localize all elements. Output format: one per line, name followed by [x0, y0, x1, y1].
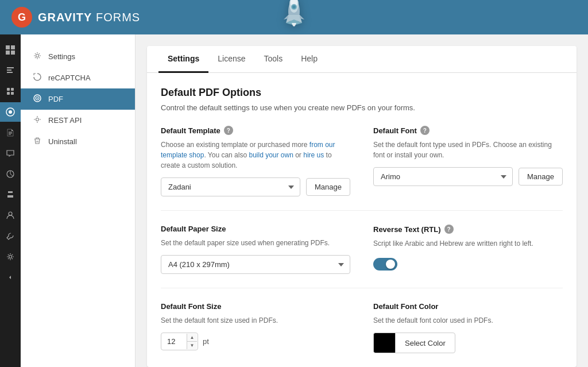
logo-area: G GRAVITY FORMS — [11, 7, 140, 28]
sidebar-pdf-label: PDF — [48, 95, 63, 103]
svg-point-16 — [9, 212, 12, 215]
svg-rect-9 — [7, 88, 10, 91]
main-layout: Settings reCAPTCHA PDF REST API Uninstal… — [0, 34, 588, 367]
svg-rect-7 — [6, 51, 10, 55]
top-header: G GRAVITY FORMS — [0, 0, 588, 34]
gravity-forms-logo-icon: G — [11, 7, 32, 28]
section-title: Default PDF Options — [161, 87, 563, 99]
default-font-desc: Set the default font type used in PDFs. … — [373, 140, 563, 160]
select-color-button[interactable]: Select Color — [395, 333, 455, 353]
options-grid-row2: Default Paper Size Set the default paper… — [161, 225, 563, 274]
plugin-sidebar: Settings reCAPTCHA PDF REST API Uninstal… — [21, 34, 136, 367]
paper-size-select-row: A4 (210 x 297mm) Letter Legal A3 A5 — [161, 255, 350, 274]
default-font-select-row: Arimo DejaVu Sans Helvetica Times New Ro… — [373, 167, 563, 186]
svg-point-18 — [36, 55, 39, 57]
font-color-desc: Set the default font color used in PDFs. — [373, 315, 563, 326]
tabs-bar: Settings License Tools Help — [147, 46, 577, 73]
font-size-spinners: ▲ ▼ — [187, 334, 197, 349]
reverse-text-help-icon[interactable]: ? — [444, 225, 454, 234]
content-card: Settings License Tools Help Default PDF … — [147, 46, 577, 367]
svg-point-22 — [36, 118, 39, 121]
wp-sidebar-dashboard[interactable] — [0, 40, 21, 60]
pdf-icon — [32, 94, 42, 104]
template-manage-button[interactable]: Manage — [306, 178, 350, 196]
paper-size-select[interactable]: A4 (210 x 297mm) Letter Legal A3 A5 — [161, 255, 350, 274]
wp-sidebar-media[interactable] — [0, 82, 21, 101]
font-manage-button[interactable]: Manage — [519, 168, 563, 186]
sidebar-item-settings[interactable]: Settings — [21, 46, 135, 67]
svg-point-4 — [292, 5, 296, 9]
svg-rect-12 — [11, 92, 14, 95]
font-size-input-wrap: ▲ ▼ — [161, 333, 198, 350]
wp-sidebar-settings[interactable] — [0, 247, 21, 266]
font-size-row: ▲ ▼ pt — [161, 333, 350, 350]
tab-help[interactable]: Help — [292, 46, 327, 73]
pt-unit-label: pt — [203, 337, 209, 346]
rtl-toggle[interactable] — [373, 258, 397, 271]
rtl-toggle-container — [373, 258, 563, 271]
option-reverse-text: Reverse Text (RTL) ? Script like Arabic … — [373, 225, 563, 274]
default-template-select-row: Zadani Rubix Focus Gravity Blank Slate M… — [161, 177, 350, 196]
sidebar-item-recaptcha[interactable]: reCAPTCHA — [21, 67, 135, 88]
uninstall-icon — [32, 137, 42, 146]
default-template-select[interactable]: Zadani Rubix Focus Gravity Blank Slate — [161, 177, 300, 196]
wp-sidebar-comments[interactable] — [0, 144, 21, 163]
default-template-label: Default Template ? — [161, 126, 350, 135]
color-swatch[interactable] — [373, 333, 395, 353]
sidebar-settings-label: Settings — [48, 52, 75, 61]
tab-settings[interactable]: Settings — [158, 46, 208, 73]
default-template-desc: Choose an existing template or purchased… — [161, 140, 350, 171]
font-size-increment[interactable]: ▲ — [187, 334, 197, 342]
wp-sidebar-users[interactable] — [0, 206, 21, 225]
rest-api-icon — [32, 115, 42, 125]
font-size-desc: Set the default font size used in PDFs. — [161, 315, 350, 326]
sidebar-uninstall-label: Uninstall — [48, 137, 77, 146]
sidebar-item-pdf[interactable]: PDF — [21, 88, 135, 110]
font-size-decrement[interactable]: ▼ — [187, 342, 197, 349]
wp-sidebar-pages[interactable] — [0, 123, 21, 142]
wp-sidebar-collapse[interactable] — [0, 268, 21, 287]
option-font-size: Default Font Size Set the default font s… — [161, 302, 350, 353]
reverse-text-label: Reverse Text (RTL) ? — [373, 225, 563, 234]
paper-size-label: Default Paper Size — [161, 225, 350, 233]
sidebar-item-rest-api[interactable]: REST API — [21, 110, 135, 131]
default-font-help-icon[interactable]: ? — [420, 126, 430, 135]
default-template-help-icon[interactable]: ? — [224, 126, 233, 135]
settings-icon — [32, 52, 42, 61]
option-paper-size: Default Paper Size Set the default paper… — [161, 225, 350, 274]
wp-sidebar-posts[interactable] — [0, 61, 21, 80]
recaptcha-icon — [32, 73, 42, 83]
wp-sidebar-plugins[interactable] — [0, 185, 21, 204]
wp-sidebar-tools[interactable] — [0, 226, 21, 246]
paper-size-desc: Set the default paper size used when gen… — [161, 238, 350, 248]
sidebar-rest-api-label: REST API — [48, 116, 82, 125]
font-size-label: Default Font Size — [161, 302, 350, 311]
rocket-decoration — [281, 0, 307, 33]
font-color-label: Default Font Color — [373, 302, 563, 311]
option-default-font: Default Font ? Set the default font type… — [373, 126, 563, 196]
toggle-knob — [386, 260, 395, 269]
wp-sidebar-gravity[interactable] — [0, 102, 21, 122]
build-own-link[interactable]: build your own — [249, 151, 293, 159]
options-grid-row3: Default Font Size Set the default font s… — [161, 302, 563, 353]
svg-point-14 — [9, 110, 12, 114]
svg-rect-11 — [7, 92, 10, 95]
font-color-row: Select Color — [373, 333, 563, 353]
svg-point-21 — [37, 98, 38, 99]
tab-license[interactable]: License — [208, 46, 254, 73]
row-divider-2 — [161, 288, 563, 288]
sidebar-recaptcha-label: reCAPTCHA — [48, 74, 91, 82]
options-grid-row1: Default Template ? Choose an existing te… — [161, 126, 563, 196]
settings-content-body: Default PDF Options Control the default … — [147, 73, 577, 367]
default-font-select[interactable]: Arimo DejaVu Sans Helvetica Times New Ro… — [373, 167, 513, 186]
sidebar-item-uninstall[interactable]: Uninstall — [21, 131, 135, 152]
svg-rect-5 — [6, 45, 10, 49]
wp-sidebar-appearance[interactable] — [0, 164, 21, 184]
hire-us-link[interactable]: hire us — [303, 151, 324, 159]
tab-tools[interactable]: Tools — [255, 46, 292, 73]
reverse-text-desc: Script like Arabic and Hebrew are writte… — [373, 238, 563, 249]
svg-rect-10 — [11, 88, 14, 91]
wp-admin-sidebar — [0, 34, 21, 367]
svg-point-17 — [9, 256, 12, 258]
rocket-icon — [281, 0, 307, 33]
